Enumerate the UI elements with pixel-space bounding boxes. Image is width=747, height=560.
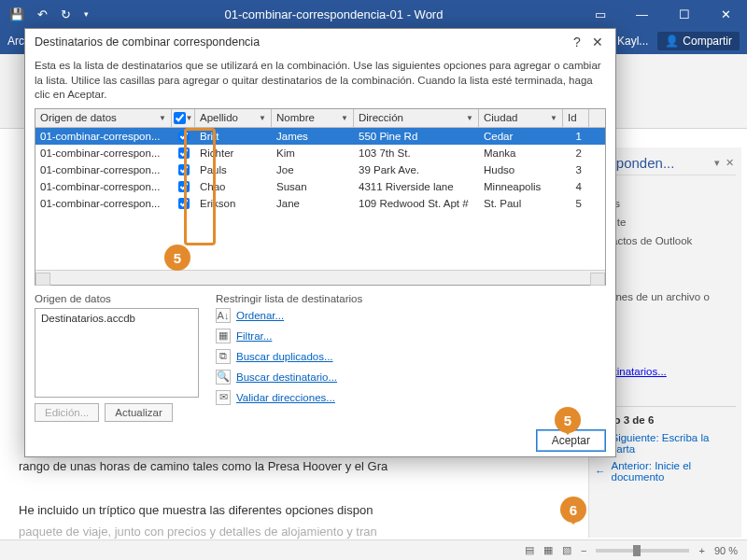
cell-check[interactable] — [172, 198, 195, 209]
datasource-label: Origen de datos — [35, 293, 199, 304]
minimize-icon[interactable]: — — [621, 0, 663, 28]
view-read-icon[interactable]: ▤ — [525, 544, 534, 556]
cell-id: 1 — [563, 131, 589, 142]
row-checkbox[interactable] — [178, 181, 190, 192]
zoom-out-icon[interactable]: − — [581, 545, 586, 556]
cell-check[interactable] — [172, 131, 195, 142]
cell-firstname: Kim — [272, 147, 354, 159]
row-checkbox[interactable] — [178, 164, 190, 175]
filter-icon: ▦ — [216, 329, 231, 343]
cell-source: 01-combinar-correspon... — [35, 181, 172, 192]
datasource-list[interactable]: Destinatarios.accdb — [35, 308, 199, 398]
cell-firstname: Joe — [272, 164, 354, 175]
find-duplicates-link[interactable]: Buscar duplicados... — [236, 351, 333, 362]
help-icon[interactable]: ? — [567, 35, 587, 49]
sort-link[interactable]: Ordenar... — [236, 310, 284, 321]
cell-address: 4311 Riverside lane — [354, 181, 479, 192]
prev-step-label: Anterior: Inicie el documento — [612, 460, 737, 483]
status-bar: ▤ ▦ ▧ − + 90 % — [0, 539, 747, 560]
title-bar: 💾 ↶ ↻ ▾ 01-combinar-correspondencia-01 -… — [0, 0, 747, 28]
cell-check[interactable] — [172, 181, 195, 192]
cell-city: Minneapolis — [479, 181, 563, 192]
recipients-dialog: Destinatarios de combinar correspondenci… — [24, 28, 616, 457]
table-row[interactable]: 01-combinar-correspon...BrittJames550 Pi… — [35, 128, 605, 145]
table-row[interactable]: 01-combinar-correspon...PaulsJoe39 Park … — [35, 161, 605, 178]
cell-source: 01-combinar-correspon... — [35, 198, 172, 209]
zoom-slider[interactable] — [596, 549, 689, 553]
chevron-down-icon[interactable]: ▼ — [159, 114, 166, 122]
cell-check[interactable] — [172, 147, 195, 159]
chevron-down-icon[interactable]: ▼ — [550, 114, 557, 122]
col-header-id[interactable]: Id — [563, 109, 589, 127]
cell-address: 39 Park Ave. — [354, 164, 479, 175]
col-header-check[interactable]: ▼ — [172, 109, 195, 127]
cell-firstname: Susan — [272, 181, 354, 192]
table-row[interactable]: 01-combinar-correspon...ChaoSusan4311 Ri… — [35, 178, 605, 195]
col-header-lastname[interactable]: Apellido▼ — [195, 109, 272, 127]
share-button[interactable]: 👤 Compartir — [657, 32, 740, 50]
col-header-firstname[interactable]: Nombre▼ — [272, 109, 354, 127]
doc-line: He incluido un tríptico que muestra las … — [19, 499, 476, 521]
sort-icon: A↓ — [216, 308, 231, 323]
row-checkbox[interactable] — [178, 131, 190, 142]
close-window-icon[interactable]: ✕ — [705, 0, 747, 28]
edit-datasource-button[interactable]: Edición... — [35, 403, 99, 422]
row-checkbox[interactable] — [178, 147, 190, 159]
cell-city: Cedar — [479, 131, 563, 142]
datasource-file: Destinatarios.accdb — [41, 313, 135, 324]
user-name: Kayl... — [617, 35, 648, 48]
chevron-down-icon[interactable]: ▼ — [466, 114, 473, 122]
cell-source: 01-combinar-correspon... — [35, 147, 172, 159]
zoom-in-icon[interactable]: + — [698, 545, 704, 556]
save-icon[interactable]: 💾 — [9, 7, 24, 21]
prev-step-link[interactable]: ← Anterior: Inicie el documento — [595, 457, 736, 485]
taskpane-close-icon[interactable]: ✕ — [726, 157, 734, 169]
col-header-source[interactable]: Origen de datos▼ — [35, 109, 172, 127]
close-icon[interactable]: ✕ — [587, 35, 608, 49]
taskpane-dropdown-icon[interactable]: ▾ — [714, 157, 720, 169]
cell-city: St. Paul — [479, 198, 563, 209]
tab-file[interactable]: Arc — [7, 35, 24, 48]
table-row[interactable]: 01-combinar-correspon...RichterKim103 7t… — [35, 145, 605, 161]
cell-id: 5 — [563, 198, 589, 209]
filter-link[interactable]: Filtrar... — [236, 330, 272, 342]
document-title: 01-combinar-correspondencia-01 - Word — [89, 7, 579, 21]
col-header-address[interactable]: Dirección▼ — [354, 109, 479, 127]
refine-panel: Restringir lista de destinatarios A↓Orde… — [216, 293, 362, 422]
cell-lastname: Britt — [195, 131, 272, 142]
refine-label: Restringir lista de destinatarios — [216, 293, 362, 304]
cell-firstname: James — [272, 131, 354, 142]
dialog-description: Esta es la lista de destinatarios que se… — [35, 59, 606, 103]
duplicates-icon: ⧉ — [216, 349, 231, 364]
arrow-left-icon: ← — [595, 466, 606, 477]
row-checkbox[interactable] — [178, 198, 190, 209]
cell-lastname: Pauls — [195, 164, 272, 175]
chevron-down-icon[interactable]: ▼ — [186, 114, 193, 122]
view-web-icon[interactable]: ▧ — [562, 544, 571, 556]
horizontal-scrollbar[interactable] — [35, 270, 605, 285]
cell-firstname: Jane — [272, 198, 354, 209]
cell-id: 3 — [563, 164, 589, 175]
cell-lastname: Chao — [195, 181, 272, 192]
validate-icon: ✉ — [216, 390, 231, 405]
validate-addresses-link[interactable]: Validar direcciones... — [236, 392, 335, 403]
chevron-down-icon[interactable]: ▼ — [259, 114, 266, 122]
grid-header: Origen de datos▼ ▼ Apellido▼ Nombre▼ Dir… — [35, 109, 605, 128]
share-icon: 👤 — [665, 35, 679, 48]
refresh-datasource-button[interactable]: Actualizar — [105, 403, 173, 422]
chevron-down-icon[interactable]: ▼ — [341, 114, 348, 122]
cell-address: 103 7th St. — [354, 147, 479, 159]
view-print-icon[interactable]: ▦ — [543, 544, 553, 556]
select-all-checkbox[interactable] — [174, 112, 186, 124]
maximize-icon[interactable]: ☐ — [663, 0, 705, 28]
redo-icon[interactable]: ↻ — [61, 7, 71, 21]
table-row[interactable]: 01-combinar-correspon...EriksonJane109 R… — [35, 195, 605, 212]
zoom-level[interactable]: 90 % — [714, 545, 738, 556]
next-step-label: Siguiente: Escriba la carta — [612, 432, 737, 455]
ribbon-options-icon[interactable]: ▭ — [579, 0, 621, 28]
cell-check[interactable] — [172, 164, 195, 175]
find-icon: 🔍 — [216, 370, 231, 385]
col-header-city[interactable]: Ciudad▼ — [479, 109, 563, 127]
undo-icon[interactable]: ↶ — [37, 7, 48, 21]
find-recipient-link[interactable]: Buscar destinatario... — [236, 371, 337, 383]
